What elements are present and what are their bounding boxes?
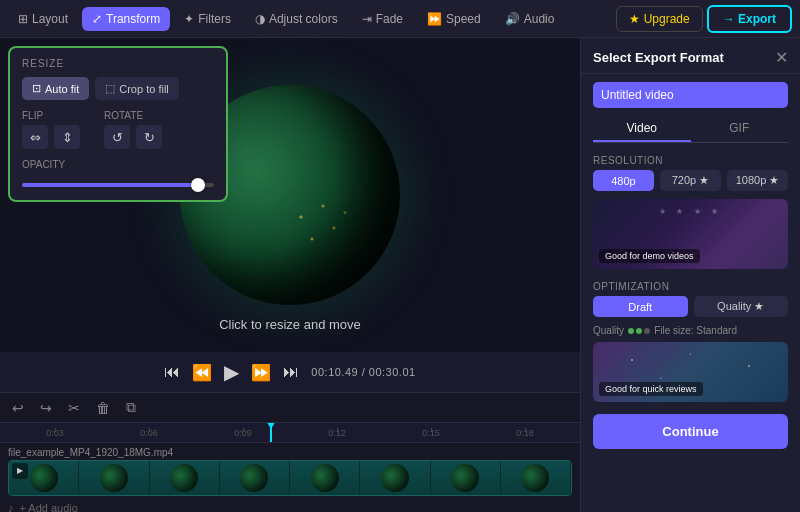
tab-video[interactable]: Video	[593, 116, 691, 142]
timeline-area: ↩ ↪ ✂ 🗑 ⧉ 0:03 0:06 0:09 0:12 0:15 0:18	[0, 392, 580, 512]
preview2-label: Good for quick reviews	[599, 382, 703, 396]
continue-button[interactable]: Continue	[593, 414, 788, 449]
skip-to-start-button[interactable]: ⏮	[164, 363, 180, 381]
flip-vertical-button[interactable]: ⇕	[54, 125, 80, 149]
flip-icons: ⇔ ⇕	[22, 125, 80, 149]
quality-dot-3	[644, 328, 650, 334]
playhead[interactable]	[270, 423, 272, 442]
add-audio-row[interactable]: ♪ + Add audio	[0, 498, 580, 512]
adjust-icon: ◑	[255, 12, 265, 26]
ruler-marks: 0:03 0:06 0:09 0:12 0:15 0:18	[0, 428, 580, 438]
timeline-ruler: 0:03 0:06 0:09 0:12 0:15 0:18	[0, 423, 580, 443]
timeline-track: file_example_MP4_1920_18MG.mp4 ▶	[8, 445, 572, 496]
resolution-section-label: Resolution	[581, 151, 800, 170]
close-export-panel-button[interactable]: ✕	[775, 48, 788, 67]
nav-transform[interactable]: ⤢ Transform	[82, 7, 170, 31]
time-display: 00:10.49 / 00:30.01	[311, 366, 415, 378]
opacity-label: OPACITY	[22, 159, 214, 170]
transform-panel: RESIZE ⊡ Auto fit ⬚ Crop to fill FLIP ⇔ …	[8, 46, 228, 202]
nav-speed[interactable]: ⏩ Speed	[417, 7, 491, 31]
resolution-480p-button[interactable]: 480p	[593, 170, 654, 191]
nav-audio[interactable]: 🔊 Audio	[495, 7, 565, 31]
autofit-icon: ⊡	[32, 82, 41, 95]
main-area: RESIZE ⊡ Auto fit ⬚ Crop to fill FLIP ⇔ …	[0, 38, 800, 512]
track-clips[interactable]: ▶	[8, 460, 572, 496]
transform-icon: ⤢	[92, 12, 102, 26]
export-panel-title: Select Export Format	[593, 50, 724, 65]
nav-fade[interactable]: ⇥ Fade	[352, 7, 413, 31]
crop-to-fill-button[interactable]: ⬚ Crop to fill	[95, 77, 179, 100]
flip-horizontal-button[interactable]: ⇔	[22, 125, 48, 149]
quality-dot-1	[628, 328, 634, 334]
rewind-button[interactable]: ⏪	[192, 363, 212, 382]
resolution-preview: Good for demo videos	[593, 199, 788, 269]
clip-thumb	[220, 461, 290, 495]
rotate-label: ROTATE	[104, 110, 162, 121]
clip-thumb	[360, 461, 430, 495]
optimization-tabs: Draft Quality ★	[581, 296, 800, 323]
delete-button[interactable]: 🗑	[92, 398, 114, 418]
preview-label: Good for demo videos	[599, 249, 700, 263]
left-section: RESIZE ⊡ Auto fit ⬚ Crop to fill FLIP ⇔ …	[0, 38, 580, 512]
resolution-row: 480p 720p ★ 1080p ★	[581, 170, 800, 199]
play-button[interactable]: ▶	[224, 360, 239, 384]
track-label: file_example_MP4_1920_18MG.mp4	[8, 445, 548, 460]
resolution-1080p-button[interactable]: 1080p ★	[727, 170, 788, 191]
ruler-mark: 0:09	[196, 428, 290, 438]
clip-thumb	[501, 461, 571, 495]
rotate-icons: ↺ ↻	[104, 125, 162, 149]
playback-controls: ⏮ ⏪ ▶ ⏩ ⏭ 00:10.49 / 00:30.01	[0, 352, 580, 392]
nav-adjust-colors[interactable]: ◑ Adjust colors	[245, 7, 348, 31]
cut-button[interactable]: ✂	[64, 398, 84, 418]
project-name-input[interactable]	[593, 82, 788, 108]
rotate-right-button[interactable]: ↻	[136, 125, 162, 149]
ruler-mark: 0:06	[102, 428, 196, 438]
export-panel-header: Select Export Format ✕	[581, 38, 800, 74]
optimization-preview: Good for quick reviews	[593, 342, 788, 402]
flip-rotate-row: FLIP ⇔ ⇕ ROTATE ↺ ↻	[22, 110, 214, 149]
clip-thumb	[150, 461, 220, 495]
timeline-toolbar: ↩ ↪ ✂ 🗑 ⧉	[0, 393, 580, 423]
resize-buttons: ⊡ Auto fit ⬚ Crop to fill	[22, 77, 214, 100]
export-button[interactable]: → Export	[707, 5, 792, 33]
resolution-720p-button[interactable]: 720p ★	[660, 170, 721, 191]
ruler-mark: 0:18	[478, 428, 572, 438]
flip-label: FLIP	[22, 110, 80, 121]
opacity-slider[interactable]	[22, 183, 214, 187]
fast-forward-button[interactable]: ⏩	[251, 363, 271, 382]
quality-tab-button[interactable]: Quality ★	[694, 296, 789, 317]
rotate-left-button[interactable]: ↺	[104, 125, 130, 149]
nav-layout[interactable]: ⊞ Layout	[8, 7, 78, 31]
draft-tab-button[interactable]: Draft	[593, 296, 688, 317]
rotate-group: ROTATE ↺ ↻	[104, 110, 162, 149]
flip-group: FLIP ⇔ ⇕	[22, 110, 80, 149]
nav-filters[interactable]: ✦ Filters	[174, 7, 241, 31]
redo-button[interactable]: ↪	[36, 398, 56, 418]
tab-gif[interactable]: GIF	[691, 116, 789, 142]
music-icon: ♪	[8, 502, 14, 512]
auto-fit-button[interactable]: ⊡ Auto fit	[22, 77, 89, 100]
track-play-btn[interactable]: ▶	[12, 463, 28, 479]
filters-icon: ✦	[184, 12, 194, 26]
optimization-section-label: Optimization	[581, 277, 800, 296]
layout-icon: ⊞	[18, 12, 28, 26]
undo-button[interactable]: ↩	[8, 398, 28, 418]
clip-thumb	[431, 461, 501, 495]
format-tabs: Video GIF	[593, 116, 788, 143]
speed-icon: ⏩	[427, 12, 442, 26]
skip-to-end-button[interactable]: ⏭	[283, 363, 299, 381]
resize-label: RESIZE	[22, 58, 214, 69]
duplicate-button[interactable]: ⧉	[122, 397, 140, 418]
audio-icon: 🔊	[505, 12, 520, 26]
export-panel: Select Export Format ✕ Video GIF Resolut…	[580, 38, 800, 512]
ruler-mark: 0:12	[290, 428, 384, 438]
upgrade-button[interactable]: ★ Upgrade	[616, 6, 703, 32]
clip-thumb	[290, 461, 360, 495]
crop-icon: ⬚	[105, 82, 115, 95]
quality-dots	[628, 328, 650, 334]
clip-thumb	[79, 461, 149, 495]
top-nav: ⊞ Layout ⤢ Transform ✦ Filters ◑ Adjust …	[0, 0, 800, 38]
star-icon: ★	[629, 12, 640, 26]
click-hint: Click to resize and move	[219, 317, 361, 332]
quality-info: Quality File size: Standard	[581, 323, 800, 342]
